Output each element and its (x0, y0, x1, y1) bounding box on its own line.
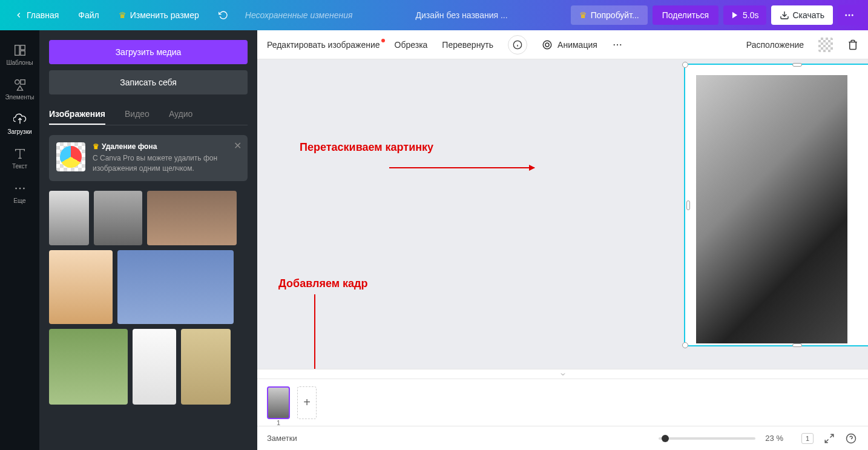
resize-handle[interactable] (682, 62, 688, 68)
share-button[interactable]: Поделиться (653, 5, 718, 25)
upload-thumbnail[interactable] (147, 191, 237, 245)
tab-images[interactable]: Изображения (49, 104, 105, 125)
top-bar: Главная Файл ♛ Изменить размер Несохране… (0, 0, 868, 30)
sidenav-elements[interactable]: Элементы (0, 72, 39, 107)
resize-handle[interactable] (686, 200, 690, 210)
design-selection-frame[interactable] (684, 64, 868, 346)
info-button[interactable] (508, 35, 527, 55)
svg-point-4 (852, 15, 853, 16)
sidenav-templates[interactable]: Шаблоны (0, 38, 39, 72)
zoom-slider[interactable] (659, 437, 755, 440)
svg-rect-6 (20, 45, 24, 50)
timeline-collapse-button[interactable] (257, 369, 868, 379)
timeline: 1 + (257, 379, 868, 426)
play-icon (731, 11, 739, 19)
annotation-arrow (314, 294, 315, 369)
flip-button[interactable]: Перевернуть (442, 40, 493, 50)
uploads-grid (49, 191, 248, 405)
upload-thumbnail[interactable] (49, 191, 89, 245)
transparency-button[interactable] (818, 38, 833, 52)
svg-point-16 (23, 188, 25, 190)
animation-button[interactable]: Анимация (542, 39, 597, 50)
undo-button[interactable] (211, 7, 235, 24)
file-menu[interactable]: Файл (71, 7, 106, 24)
animation-icon (542, 39, 553, 50)
more-menu-button[interactable] (838, 5, 861, 25)
upload-thumbnail[interactable] (133, 329, 176, 405)
fullscreen-button[interactable] (822, 431, 837, 446)
page-count: 1 (801, 433, 814, 444)
fullscreen-icon (824, 433, 835, 444)
resize-handle[interactable] (682, 342, 688, 348)
upload-thumbnail[interactable] (49, 329, 128, 405)
resize-handle[interactable] (792, 63, 802, 67)
svg-line-25 (830, 434, 833, 437)
download-button[interactable]: Скачать (771, 5, 833, 25)
record-self-button[interactable]: Записать себя (49, 70, 248, 94)
resize-handle[interactable] (792, 343, 802, 347)
more-options-button[interactable] (612, 39, 623, 50)
page-number: 1 (277, 419, 280, 426)
promo-thumbnail (56, 142, 85, 171)
tab-audio[interactable]: Аудио (169, 104, 193, 125)
crown-icon: ♛ (579, 10, 587, 20)
svg-marker-10 (17, 86, 22, 90)
canvas-image[interactable] (696, 75, 847, 343)
upload-thumbnail[interactable] (181, 329, 231, 405)
help-icon (846, 433, 856, 444)
upload-thumbnail[interactable] (117, 250, 234, 324)
more-horizontal-icon (13, 182, 27, 195)
crown-icon: ♛ (93, 142, 99, 151)
panel-tabs: Изображения Видео Аудио (49, 104, 248, 125)
resize-menu[interactable]: ♛ Изменить размер (111, 7, 206, 24)
position-button[interactable]: Расположение (746, 40, 804, 50)
zoom-level[interactable]: 23 % (765, 434, 783, 443)
trash-icon (847, 39, 858, 50)
bottom-bar: Заметки 23 % 1 (257, 426, 868, 450)
upload-media-button[interactable]: Загрузить медиа (49, 40, 248, 64)
sidenav-more[interactable]: Еще (0, 176, 39, 210)
download-icon (780, 10, 789, 20)
timeline-page-thumbnail[interactable]: 1 (267, 386, 290, 419)
try-pro-button[interactable]: ♛ Попробуйт... (571, 5, 648, 25)
promo-title: Удаление фона (102, 142, 157, 151)
annotation-drag: Перетаскиваем картинку (300, 141, 433, 154)
zoom-slider-handle[interactable] (662, 435, 669, 442)
play-button[interactable]: 5.0s (723, 5, 766, 25)
delete-button[interactable] (847, 39, 858, 50)
sidenav-text[interactable]: Текст (0, 141, 39, 176)
notes-button[interactable]: Заметки (267, 434, 297, 443)
uploads-panel: Загрузить медиа Записать себя Изображени… (39, 30, 257, 450)
page-list-button[interactable]: 1 (800, 431, 815, 446)
help-button[interactable] (844, 431, 858, 446)
crop-button[interactable]: Обрезка (395, 40, 428, 50)
upload-thumbnail[interactable] (94, 191, 142, 245)
svg-point-2 (845, 15, 847, 16)
more-icon (612, 39, 623, 50)
chevron-left-icon (15, 11, 23, 19)
svg-rect-7 (20, 51, 24, 55)
chevron-down-icon (559, 371, 567, 378)
annotation-add-frame: Добавляем кадр (278, 277, 367, 290)
canvas-area: Редактировать изображение Обрезка Переве… (257, 30, 868, 450)
svg-point-15 (19, 188, 21, 190)
annotation-arrow (389, 167, 534, 168)
add-page-button[interactable]: + (297, 386, 317, 419)
svg-point-8 (15, 80, 19, 84)
tab-video[interactable]: Видео (125, 104, 150, 125)
unsaved-indicator: Несохраненные изменения (245, 10, 353, 20)
back-button[interactable]: Главная (7, 7, 66, 24)
promo-close-button[interactable]: ✕ (234, 140, 242, 151)
promo-description: С Canva Pro вы можете удалить фон изобра… (93, 153, 240, 174)
sidenav-uploads[interactable]: Загрузки (0, 107, 39, 141)
svg-point-23 (617, 44, 618, 45)
svg-rect-5 (15, 45, 19, 56)
svg-line-26 (825, 439, 828, 442)
edit-image-button[interactable]: Редактировать изображение (267, 40, 380, 50)
canvas-viewport[interactable]: Перетаскиваем картинку Добавляем кадр (257, 59, 868, 369)
more-icon (844, 10, 855, 21)
upload-thumbnail[interactable] (49, 250, 113, 324)
design-title[interactable]: Дизайн без названия ... (357, 10, 565, 20)
svg-marker-0 (732, 12, 737, 19)
svg-point-24 (620, 44, 621, 45)
